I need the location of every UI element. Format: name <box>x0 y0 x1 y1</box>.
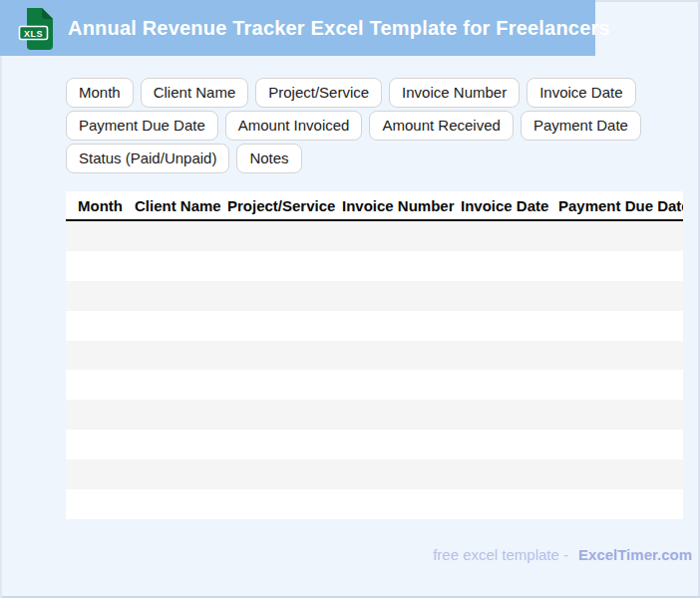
table-row <box>66 341 683 371</box>
column-header: Month <box>78 197 135 214</box>
table-row <box>66 221 683 251</box>
field-chip[interactable]: Payment Date <box>521 111 641 141</box>
column-header: Invoice Date <box>461 197 558 214</box>
table-row <box>66 370 683 400</box>
field-chip[interactable]: Month <box>66 78 134 108</box>
page-border-top <box>595 0 700 2</box>
table-row <box>66 459 683 489</box>
brand-link[interactable]: ExcelTimer.com <box>578 546 692 563</box>
field-chip[interactable]: Amount Received <box>369 111 513 141</box>
table-row <box>66 400 683 430</box>
footer-text: free excel template - <box>433 546 568 563</box>
field-chip[interactable]: Notes <box>236 144 301 173</box>
table-body <box>66 221 683 519</box>
table-row <box>66 281 683 311</box>
column-header: Client Name <box>135 197 227 214</box>
spreadsheet-preview: MonthClient NameProject/ServiceInvoice N… <box>66 191 683 519</box>
column-header: Payment Due Date <box>558 197 683 214</box>
xls-file-icon: XLS <box>17 7 57 51</box>
table-header-row: MonthClient NameProject/ServiceInvoice N… <box>66 191 683 221</box>
table-row <box>66 430 683 459</box>
xls-icon-label: XLS <box>24 29 43 39</box>
field-chip[interactable]: Project/Service <box>255 78 382 108</box>
field-chip[interactable]: Payment Due Date <box>66 111 218 141</box>
field-chip[interactable]: Amount Invoiced <box>225 111 363 141</box>
page-title: Annual Revenue Tracker Excel Template fo… <box>68 17 610 40</box>
field-chip[interactable]: Invoice Number <box>389 78 520 108</box>
page: XLS Annual Revenue Tracker Excel Templat… <box>0 0 700 598</box>
page-border-left <box>0 56 2 598</box>
table-row <box>66 489 683 519</box>
column-header: Project/Service <box>227 197 342 214</box>
field-chip[interactable]: Invoice Date <box>526 78 635 108</box>
column-header: Invoice Number <box>342 197 461 214</box>
table-row <box>66 251 683 281</box>
field-chips: MonthClient NameProject/ServiceInvoice N… <box>66 78 680 173</box>
header-bar: XLS Annual Revenue Tracker Excel Templat… <box>0 0 595 56</box>
field-chip[interactable]: Client Name <box>141 78 249 108</box>
field-chip[interactable]: Status (Paid/Unpaid) <box>66 144 229 173</box>
table-row <box>66 311 683 341</box>
footer-credit: free excel template -ExcelTimer.com <box>433 546 692 563</box>
